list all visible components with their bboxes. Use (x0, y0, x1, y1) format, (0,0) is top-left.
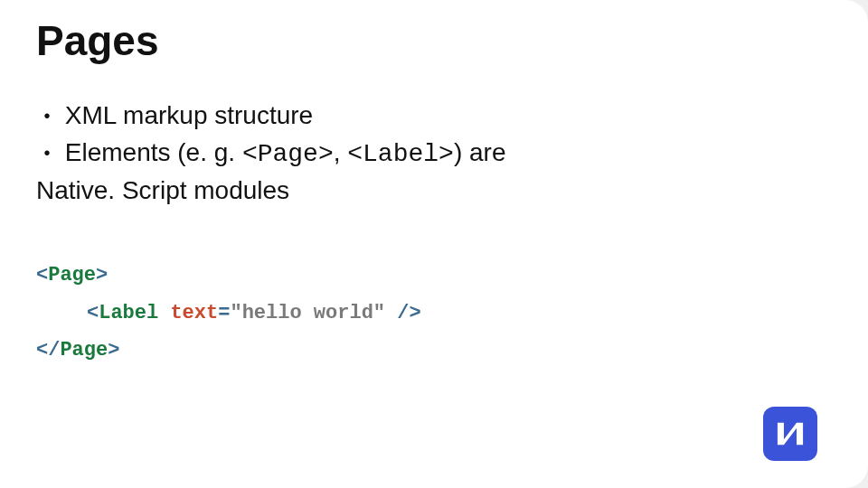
code-line: <Label text="hello world" /> (36, 295, 832, 333)
self-close-icon: /> (385, 302, 421, 324)
angle-bracket-icon: > (96, 264, 108, 286)
angle-bracket-icon: > (108, 339, 119, 361)
bullet-text: ) are (454, 138, 506, 166)
angle-bracket-icon: < (87, 302, 99, 324)
xml-tag: Page (48, 264, 96, 286)
xml-attr: text (170, 302, 218, 324)
bullet-text: XML markup structure (65, 101, 313, 129)
xml-tag: Label (99, 302, 158, 324)
slash-icon: / (48, 339, 60, 361)
equals-sign: = (218, 302, 230, 324)
xml-tag: Page (60, 339, 108, 361)
code-line: </Page> (36, 332, 832, 370)
nativescript-logo-icon (763, 407, 817, 461)
angle-bracket-icon: < (36, 339, 48, 361)
slide: Pages • XML markup structure • Elements … (0, 0, 868, 488)
code-line: <Page> (36, 257, 832, 295)
bullet-continuation: Native. Script modules (36, 173, 778, 210)
page-title: Pages (36, 16, 832, 65)
bullet-text: Native. Script modules (36, 176, 289, 204)
bullet-list: • XML markup structure • Elements (e. g.… (36, 98, 778, 210)
bullet-item: • Elements (e. g. <Page>, <Label>) are (36, 135, 778, 174)
inline-code: <Page> (242, 140, 334, 168)
code-block: <Page> <Label text="hello world" /> </Pa… (36, 257, 832, 370)
bullet-text: , (334, 138, 348, 166)
slide-border-decoration (832, 0, 868, 488)
bullet-text: Elements (e. g. (65, 138, 242, 166)
angle-bracket-icon: < (36, 264, 48, 286)
bullet-item: • XML markup structure (36, 98, 778, 135)
inline-code: <Label> (347, 140, 454, 168)
nativescript-glyph-icon (770, 414, 810, 454)
xml-string: "hello world" (230, 302, 385, 324)
bullet-dot-icon: • (36, 103, 58, 129)
bullet-dot-icon: • (36, 140, 58, 166)
